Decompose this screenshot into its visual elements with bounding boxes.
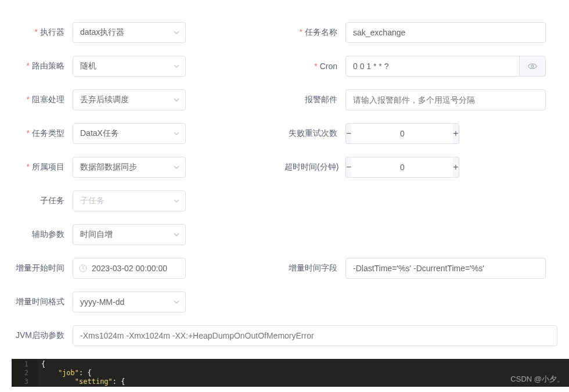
executor-value: datax执行器 [80,27,124,38]
aux-param-select[interactable]: 时间自增 [73,224,186,245]
svg-point-1 [531,65,534,67]
chevron-down-icon [174,300,179,304]
route-strategy-select[interactable]: 随机 [73,56,186,77]
cron-label: Cron [284,62,345,71]
watermark: CSDN @小夕。 [510,374,564,384]
executor-select[interactable]: datax执行器 [73,22,186,43]
inc-start-label: 增量开始时间 [12,263,73,274]
retry-decrease-button[interactable]: − [345,123,351,144]
clock-icon [79,264,87,272]
svg-point-0 [528,64,536,69]
inc-start-input[interactable]: 2023-03-02 00:00:00 [73,258,186,279]
timeout-input[interactable] [351,157,453,178]
task-type-label: 任务类型 [12,128,73,139]
task-type-select[interactable]: DataX任务 [73,123,186,144]
inc-format-value: yyyy-MM-dd [80,297,124,307]
subtask-select[interactable]: 子任务 [73,190,186,211]
jvm-param-label: JVM启动参数 [12,330,73,341]
retry-count-input[interactable] [351,123,453,144]
chevron-down-icon [174,64,179,68]
task-type-value: DataX任务 [80,128,119,139]
chevron-down-icon [174,98,179,102]
cron-edit-button[interactable] [519,56,546,77]
inc-format-label: 增量时间格式 [12,297,73,307]
cron-input[interactable] [345,56,519,77]
jvm-param-input[interactable] [73,325,557,346]
chevron-down-icon [174,233,179,236]
subtask-label: 子任务 [12,196,73,206]
chevron-down-icon [174,199,179,203]
executor-label: 执行器 [12,27,73,38]
inc-field-label: 增量时间字段 [284,263,345,274]
timeout-decrease-button[interactable]: − [345,157,351,178]
block-strategy-select[interactable]: 丢弃后续调度 [73,89,186,110]
route-strategy-label: 路由策略 [12,61,73,71]
aux-param-label: 辅助参数 [12,229,73,240]
code-gutter: 1 2 3 [12,359,38,387]
timeout-label: 超时时间(分钟) [284,162,345,172]
chevron-down-icon [174,166,179,169]
inc-field-input[interactable] [345,258,546,279]
chevron-down-icon [174,132,179,135]
inc-format-select[interactable]: yyyy-MM-dd [73,292,186,312]
code-content: { "job": { "setting": { [38,359,129,387]
task-name-label: 任务名称 [284,27,345,38]
retry-increase-button[interactable]: + [453,123,459,144]
retry-count-label: 失败重试次数 [284,128,345,139]
subtask-placeholder: 子任务 [80,196,105,206]
block-strategy-label: 阻塞处理 [12,95,73,105]
project-label: 所属项目 [12,162,73,172]
project-select[interactable]: 数据部数据同步 [73,157,186,178]
eye-icon [528,63,537,69]
project-value: 数据部数据同步 [80,162,137,172]
chevron-down-icon [174,31,179,34]
timeout-increase-button[interactable]: + [453,157,459,178]
task-name-input[interactable] [345,22,546,43]
code-editor[interactable]: 1 2 3 { "job": { "setting": { CSDN @小夕。 [12,359,569,387]
block-strategy-value: 丢弃后续调度 [80,95,129,105]
route-strategy-value: 随机 [80,61,96,71]
alert-email-input[interactable] [345,89,546,110]
aux-param-value: 时间自增 [80,229,113,240]
inc-start-value: 2023-03-02 00:00:00 [92,264,167,273]
alert-email-label: 报警邮件 [284,95,345,105]
